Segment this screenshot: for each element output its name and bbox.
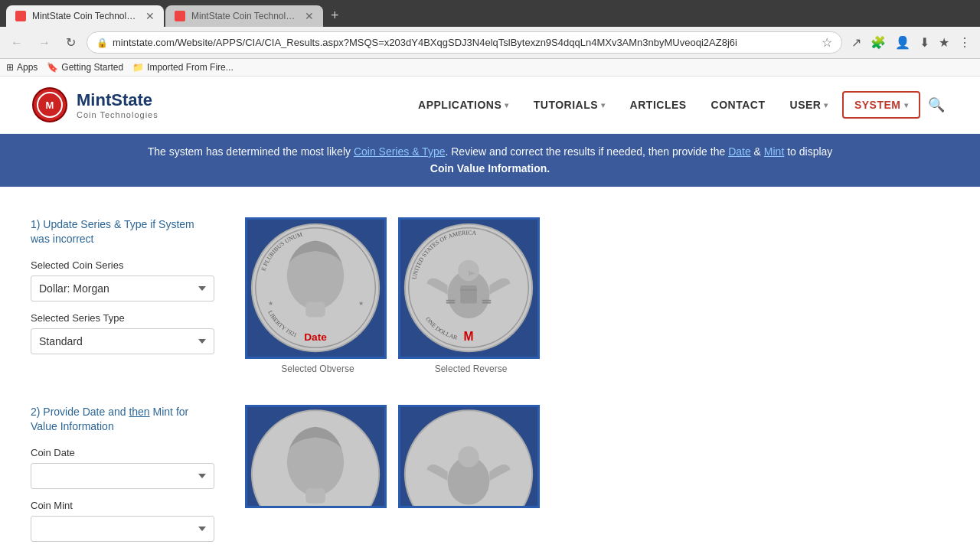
bottom-obverse-svg [247, 405, 384, 508]
step-2-title: 2) Provide Date and then Mint for Value … [31, 405, 214, 435]
obverse-svg: E PLURIBUS UNUM LIBERTY 1921 Date ★ [247, 218, 384, 358]
logo-mint: Mint [77, 90, 111, 110]
obverse-container: E PLURIBUS UNUM LIBERTY 1921 Date ★ [245, 217, 390, 374]
obverse-label: Selected Obverse [245, 364, 390, 374]
svg-text:★: ★ [268, 300, 273, 307]
banner-link-coin-series[interactable]: Coin Series & Type [354, 145, 446, 158]
getting-started-icon: 🔖 [47, 62, 58, 73]
bookmark-apps-label: Apps [17, 62, 38, 73]
tab-favicon-2 [175, 11, 185, 21]
section-2: 2) Provide Date and then Mint for Value … [31, 397, 949, 551]
tab-favicon-1 [15, 11, 26, 21]
back-button[interactable]: ← [6, 34, 28, 51]
extensions-button[interactable]: 🧩 [867, 32, 889, 53]
browser-tab-active[interactable]: MintState Coin Technologies ✕ [6, 5, 164, 27]
info-banner: The system has determined the most likel… [0, 134, 980, 187]
reverse-container: UNITED STATES OF AMERICA ONE DOLLAR M [398, 217, 544, 374]
reverse-image: UNITED STATES OF AMERICA ONE DOLLAR M [398, 217, 540, 359]
bottom-obverse-container [245, 405, 390, 551]
step-1-title: 1) Update Series & Type if System was in… [31, 217, 214, 247]
settings-button[interactable]: ⋮ [956, 32, 974, 53]
bookmark-apps[interactable]: ⊞ Apps [6, 62, 38, 73]
main-content: 1) Update Series & Type if System was in… [0, 187, 980, 551]
coin-mint-select[interactable] [31, 516, 214, 542]
step-1-link[interactable]: 1) Update Series & Type if System was in… [31, 218, 194, 246]
svg-text:M: M [463, 330, 473, 343]
profile-button[interactable]: 👤 [892, 32, 913, 53]
logo-subtitle: Coin Technologies [77, 110, 158, 119]
tutorials-chevron-icon: ▾ [601, 101, 606, 109]
banner-text-after: to display [784, 145, 832, 158]
bottom-coin-image-panel [245, 405, 544, 551]
site-header: M MintState Coin Technologies APPLICATIO… [0, 77, 980, 134]
nav-contact[interactable]: CONTACT [701, 93, 776, 117]
address-bar[interactable]: 🔒 mintstate.com/Website/APPS/CIA/CIA_Res… [87, 31, 842, 54]
nav-user[interactable]: USER ▾ [779, 93, 839, 117]
share-button[interactable]: ↗ [848, 32, 864, 53]
folder-icon: 📁 [132, 62, 144, 73]
section-1: 1) Update Series & Type if System was in… [31, 202, 949, 374]
browser-toolbar: ← → ↻ 🔒 mintstate.com/Website/APPS/CIA/C… [0, 27, 980, 59]
tab-close-1[interactable]: ✕ [145, 10, 155, 22]
series-type-select[interactable]: Standard [31, 328, 214, 354]
bottom-reverse-container [398, 405, 544, 551]
bookmark-imported[interactable]: 📁 Imported From Fire... [132, 62, 234, 73]
svg-rect-7 [305, 302, 325, 317]
bookmark-imported-label: Imported From Fire... [147, 62, 234, 73]
tab-title-2: MintState Coin Technologies [191, 11, 299, 21]
user-chevron-icon: ▾ [824, 101, 828, 109]
bookmark-star-icon[interactable]: ☆ [822, 35, 832, 50]
coin-series-label: Selected Coin Series [31, 259, 214, 271]
svg-text:★: ★ [358, 300, 364, 307]
banner-link-mint[interactable]: Mint [764, 145, 784, 158]
apps-grid-icon: ⊞ [6, 62, 14, 73]
browser-titlebar: MintState Coin Technologies ✕ MintState … [0, 0, 980, 27]
tab-close-2[interactable]: ✕ [305, 10, 314, 22]
banner-bold-text: Coin Value Information. [430, 162, 550, 174]
nav-articles[interactable]: ARTICLES [619, 93, 697, 117]
nav-applications[interactable]: APPLICATIONS ▾ [407, 93, 520, 117]
obverse-image: E PLURIBUS UNUM LIBERTY 1921 Date ★ [245, 217, 387, 359]
bottom-reverse-image [398, 405, 540, 508]
browser-action-buttons: ↗ 🧩 👤 ⬇ ★ ⋮ [848, 32, 974, 53]
coin-mint-label: Coin Mint [31, 500, 214, 511]
lock-icon: 🔒 [96, 37, 108, 48]
bookmark-getting-started-label: Getting Started [61, 62, 123, 73]
tab-title-1: MintState Coin Technologies [32, 11, 139, 21]
form-panel-2: 2) Provide Date and then Mint for Value … [31, 405, 214, 551]
browser-tab-inactive[interactable]: MintState Coin Technologies ✕ [165, 5, 323, 27]
site-navigation: APPLICATIONS ▾ TUTORIALS ▾ ARTICLES CONT… [407, 91, 949, 119]
nav-tutorials[interactable]: TUTORIALS ▾ [523, 93, 616, 117]
favorites-button[interactable]: ★ [936, 32, 952, 53]
banner-text-before: The system has determined the most likel… [148, 145, 354, 158]
new-tab-button[interactable]: + [325, 5, 345, 27]
svg-rect-18 [460, 285, 477, 303]
nav-system[interactable]: SYSTEM ▾ [842, 91, 920, 119]
step-2-then-link[interactable]: then [129, 406, 149, 418]
bottom-obverse-image [245, 405, 387, 508]
banner-text-middle: . Review and correct the results if need… [445, 145, 728, 158]
logo-icon: M [31, 86, 69, 124]
applications-chevron-icon: ▾ [505, 101, 509, 109]
coin-image-panel: E PLURIBUS UNUM LIBERTY 1921 Date ★ [245, 217, 544, 374]
coin-series-select[interactable]: Dollar: Morgan [31, 276, 214, 302]
system-chevron-icon: ▾ [904, 101, 909, 109]
coin-date-label: Coin Date [31, 447, 214, 458]
coin-date-select[interactable] [31, 463, 214, 489]
bookmarks-bar: ⊞ Apps 🔖 Getting Started 📁 Imported From… [0, 59, 980, 77]
banner-link-date[interactable]: Date [728, 145, 751, 158]
reload-button[interactable]: ↻ [61, 34, 80, 51]
search-button[interactable]: 🔍 [923, 92, 949, 118]
svg-text:M: M [46, 99, 54, 111]
forward-button[interactable]: → [34, 34, 55, 51]
form-panel-1: 1) Update Series & Type if System was in… [31, 217, 214, 374]
series-type-label: Selected Series Type [31, 312, 214, 324]
step-2-text-before: 2) Provide Date and [31, 406, 129, 418]
bookmark-getting-started[interactable]: 🔖 Getting Started [47, 62, 123, 73]
page-content: M MintState Coin Technologies APPLICATIO… [0, 77, 980, 551]
svg-rect-26 [305, 488, 325, 504]
site-logo[interactable]: M MintState Coin Technologies [31, 86, 158, 124]
bottom-reverse-svg [400, 405, 537, 508]
download-button[interactable]: ⬇ [916, 32, 933, 53]
logo-text: MintState Coin Technologies [77, 90, 158, 119]
